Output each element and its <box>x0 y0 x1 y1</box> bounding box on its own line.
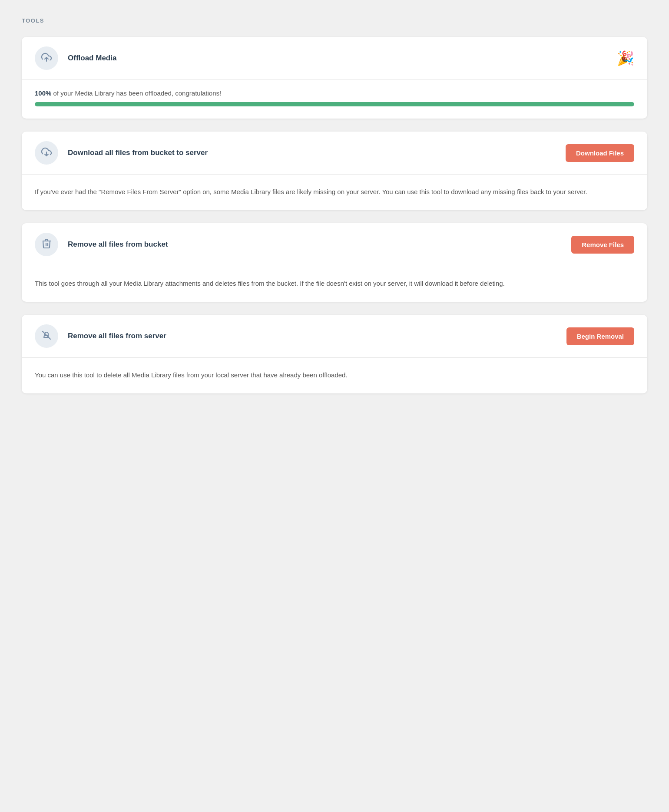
download-files-description: If you've ever had the "Remove Files Fro… <box>35 187 634 197</box>
remove-server-body: You can use this tool to delete all Medi… <box>22 358 647 393</box>
download-files-body: If you've ever had the "Remove Files Fro… <box>22 175 647 210</box>
offload-media-body: 100% of your Media Library has been offl… <box>22 80 647 119</box>
remove-server-title: Remove all files from server <box>68 332 566 340</box>
remove-bucket-icon-wrap <box>35 233 58 256</box>
remove-server-card: Remove all files from server Begin Remov… <box>22 315 647 393</box>
offload-media-card: Offload Media 🎉 100% of your Media Libra… <box>22 37 647 119</box>
celebration-emoji: 🎉 <box>617 50 634 66</box>
progress-bar-fill <box>35 102 634 106</box>
progress-text: 100% of your Media Library has been offl… <box>35 89 634 97</box>
trash-icon <box>42 238 51 251</box>
broom-icon <box>41 330 52 342</box>
download-files-header: Download all files from bucket to server… <box>22 132 647 175</box>
remove-server-description: You can use this tool to delete all Medi… <box>35 370 634 380</box>
upload-icon <box>41 52 52 64</box>
remove-files-button[interactable]: Remove Files <box>571 236 634 254</box>
remove-server-header: Remove all files from server Begin Remov… <box>22 315 647 358</box>
progress-rest-text: of your Media Library has been offloaded… <box>51 89 221 97</box>
remove-bucket-body: This tool goes through all your Media Li… <box>22 266 647 302</box>
download-icon <box>41 147 52 159</box>
remove-bucket-description: This tool goes through all your Media Li… <box>35 278 634 289</box>
progress-percent: 100% <box>35 89 51 97</box>
download-files-icon-wrap <box>35 141 58 165</box>
download-files-card: Download all files from bucket to server… <box>22 132 647 210</box>
remove-bucket-title: Remove all files from bucket <box>68 240 571 249</box>
download-files-title: Download all files from bucket to server <box>68 149 566 157</box>
begin-removal-button[interactable]: Begin Removal <box>566 327 634 345</box>
page-title: TOOLS <box>22 17 647 24</box>
offload-media-icon-wrap <box>35 46 58 70</box>
remove-bucket-card: Remove all files from bucket Remove File… <box>22 223 647 302</box>
download-files-button[interactable]: Download Files <box>566 144 634 162</box>
offload-media-header: Offload Media 🎉 <box>22 37 647 80</box>
offload-media-title: Offload Media <box>68 54 617 63</box>
remove-server-icon-wrap <box>35 324 58 348</box>
progress-bar-background <box>35 102 634 106</box>
remove-bucket-header: Remove all files from bucket Remove File… <box>22 223 647 266</box>
